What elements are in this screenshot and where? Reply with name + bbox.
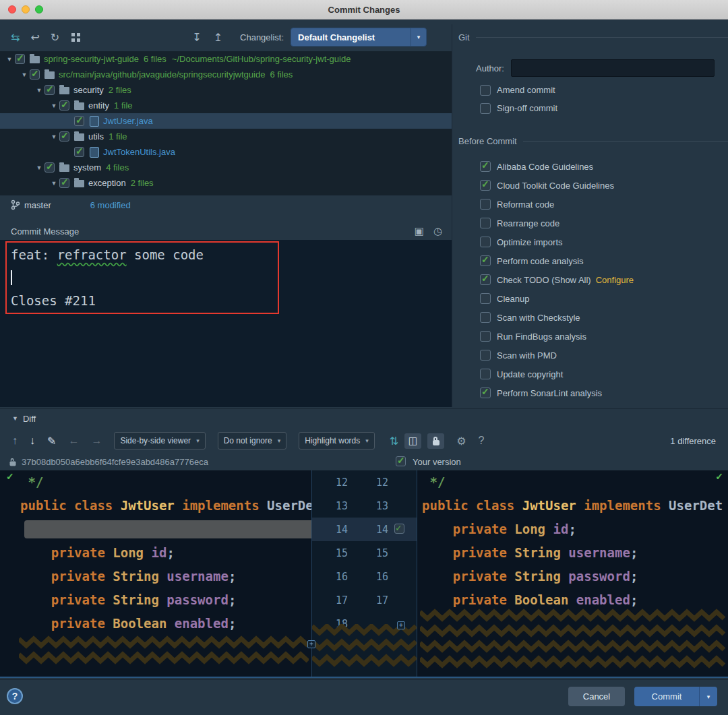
tree-item-checkbox[interactable]	[74, 116, 84, 126]
viewer-dropdown[interactable]: Side-by-side viewer ▾	[114, 432, 205, 449]
configure-link[interactable]: Configure	[596, 275, 634, 285]
cancel-button[interactable]: Cancel	[568, 687, 625, 706]
tree-item-checkbox[interactable]	[59, 178, 69, 188]
before-commit-item[interactable]: Update copyright	[480, 365, 634, 383]
show-diff-icon[interactable]: ⇆	[11, 31, 20, 44]
expander-icon[interactable]: ▼	[49, 133, 59, 140]
disable-editing-toggle[interactable]	[427, 433, 444, 449]
expander-icon[interactable]: ▼	[34, 164, 44, 171]
before-commit-checkbox[interactable]	[480, 237, 491, 247]
collapse-section-icon[interactable]: ▼	[12, 415, 18, 422]
back-icon[interactable]: ←	[68, 435, 79, 447]
collapse-all-icon[interactable]: ↥	[214, 31, 222, 44]
before-commit-checkbox[interactable]	[480, 274, 491, 285]
chevron-down-icon[interactable]: ▾	[411, 28, 426, 46]
before-commit-checkbox[interactable]	[480, 199, 491, 210]
commit-button[interactable]: Commit	[634, 687, 699, 706]
tree-row[interactable]: JwtTokenUtils.java	[0, 144, 452, 160]
tree-row[interactable]: ▼system4 files	[0, 160, 452, 175]
help-button[interactable]: ?	[7, 688, 23, 704]
tree-item-checkbox[interactable]	[44, 162, 55, 173]
code-line: public class JwtUser implements UserDet	[0, 494, 311, 518]
collapse-unchanged-icon[interactable]: ⇅	[390, 435, 398, 447]
tree-row[interactable]: ▼entity1 file	[0, 98, 452, 113]
before-commit-item[interactable]: Cleanup	[480, 289, 634, 308]
edit-source-icon[interactable]: ✎	[47, 435, 56, 447]
before-commit-checkbox[interactable]	[480, 161, 491, 172]
include-version-checkbox[interactable]	[396, 456, 406, 466]
author-label: Author:	[476, 63, 504, 73]
before-commit-label: Update copyright	[497, 369, 563, 379]
tree-item-checkbox[interactable]	[30, 69, 40, 80]
tree-row[interactable]: ▼utils1 file	[0, 129, 452, 144]
tree-row[interactable]: ▼exception2 files	[0, 175, 452, 191]
tree-item-checkbox[interactable]	[59, 131, 69, 142]
next-difference-icon[interactable]: ↓	[30, 435, 35, 447]
before-commit-checkbox[interactable]	[480, 350, 491, 361]
signoff-commit-checkbox[interactable]	[480, 103, 491, 114]
before-commit-item[interactable]: Scan with PMD	[480, 346, 634, 365]
before-commit-item[interactable]: Rearrange code	[480, 214, 634, 232]
fold-expander-icon[interactable]: +	[397, 621, 405, 629]
history-clock-icon[interactable]: ◷	[433, 225, 442, 237]
before-commit-checkbox[interactable]	[480, 387, 491, 398]
sync-scrolling-toggle[interactable]: ◫	[404, 433, 421, 449]
close-window-button[interactable]	[8, 5, 16, 13]
rollback-icon[interactable]: ↩	[30, 31, 39, 44]
before-commit-item[interactable]: Run FindBugs analysis	[480, 327, 634, 346]
diff-header[interactable]: ▼ Diff	[0, 411, 36, 426]
minimize-window-button[interactable]	[22, 5, 30, 13]
refresh-icon[interactable]: ↻	[51, 31, 59, 44]
author-input[interactable]	[511, 59, 715, 77]
tree-item-checkbox[interactable]	[74, 147, 84, 157]
before-commit-checkbox[interactable]	[480, 255, 491, 266]
before-commit-item[interactable]: Optimize imports	[480, 232, 634, 251]
expander-icon[interactable]: ▼	[34, 87, 44, 94]
modified-files-link[interactable]: 6 modified	[90, 200, 131, 210]
changelist-dropdown[interactable]: Default Changelist ▾	[291, 28, 427, 46]
tree-row[interactable]: ▼src/main/java/github/javaguide/springse…	[0, 67, 452, 82]
tree-item-checkbox[interactable]	[44, 85, 55, 95]
before-commit-checkbox[interactable]	[480, 312, 491, 323]
before-commit-item[interactable]: Perform code analysis	[480, 251, 634, 270]
before-commit-item[interactable]: Reformat code	[480, 195, 634, 214]
expander-icon[interactable]: ▼	[4, 56, 15, 63]
expander-icon[interactable]: ▼	[49, 102, 59, 109]
before-commit-item[interactable]: Alibaba Code Guidelines	[480, 157, 634, 176]
tree-item-checkbox[interactable]	[59, 100, 69, 111]
commit-message-editor[interactable]: feat: refractor some code Closes #211	[0, 240, 452, 407]
before-commit-checkbox[interactable]	[480, 218, 491, 228]
settings-gear-icon[interactable]: ⚙	[456, 435, 466, 447]
before-commit-item[interactable]: Check TODO (Show All)Configure	[480, 270, 634, 289]
message-history-icon[interactable]: ▣	[415, 225, 424, 237]
group-by-directory-icon[interactable]	[71, 33, 80, 42]
fold-expander-icon[interactable]: +	[307, 640, 315, 648]
tree-item-checkbox[interactable]	[15, 54, 25, 64]
previous-difference-icon[interactable]: ↑	[12, 435, 18, 447]
expand-all-icon[interactable]: ↧	[192, 31, 201, 44]
before-commit-item[interactable]: Scan with Checkstyle	[480, 308, 634, 327]
amend-commit-row[interactable]: Amend commit	[480, 81, 557, 99]
before-commit-checkbox[interactable]	[480, 369, 491, 379]
zoom-window-button[interactable]	[35, 5, 43, 13]
signoff-commit-row[interactable]: Sign-off commit	[480, 99, 557, 117]
left-line-number: 17	[312, 594, 348, 607]
commit-options-arrow[interactable]: ▾	[699, 687, 717, 706]
tree-row[interactable]: JwtUser.java	[0, 113, 452, 129]
tree-row[interactable]: ▼security2 files	[0, 82, 452, 98]
amend-commit-checkbox[interactable]	[480, 85, 491, 96]
highlight-mode-dropdown[interactable]: Highlight words ▾	[299, 432, 375, 449]
before-commit-item[interactable]: Perform SonarLint analysis	[480, 383, 634, 402]
help-icon[interactable]: ?	[479, 435, 485, 447]
expander-icon[interactable]: ▼	[19, 71, 30, 78]
forward-icon[interactable]: →	[91, 435, 102, 447]
before-commit-checkbox[interactable]	[480, 293, 491, 304]
before-commit-checkbox[interactable]	[480, 331, 491, 342]
tree-item-label: utils	[88, 131, 104, 142]
include-change-checkbox[interactable]	[394, 524, 404, 534]
ignore-whitespace-dropdown[interactable]: Do not ignore ▾	[218, 432, 287, 449]
before-commit-checkbox[interactable]	[480, 180, 491, 191]
before-commit-item[interactable]: Cloud Toolkit Code Guidelines	[480, 176, 634, 195]
expander-icon[interactable]: ▼	[49, 180, 59, 187]
tree-row[interactable]: ▼spring-security-jwt-guide6 files~/Docum…	[0, 51, 452, 67]
